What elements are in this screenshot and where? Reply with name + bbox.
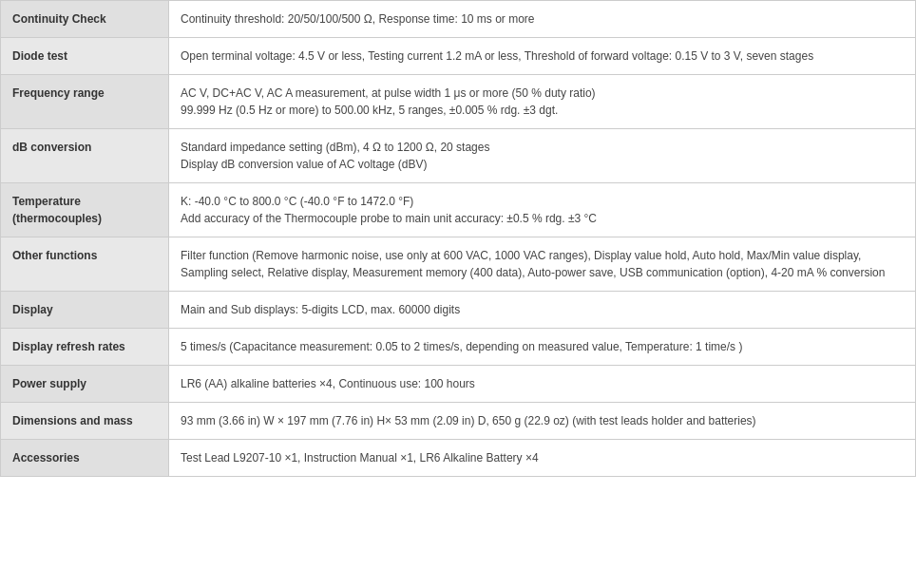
table-row: Temperature (thermocouples)K: -40.0 °C t… bbox=[1, 183, 916, 237]
row-label: Display refresh rates bbox=[1, 329, 169, 366]
table-row: Dimensions and mass93 mm (3.66 in) W × 1… bbox=[1, 403, 916, 440]
table-row: Diode testOpen terminal voltage: 4.5 V o… bbox=[1, 38, 916, 75]
table-row: DisplayMain and Sub displays: 5-digits L… bbox=[1, 292, 916, 329]
table-row: Power supplyLR6 (AA) alkaline batteries … bbox=[1, 366, 916, 403]
row-label: Diode test bbox=[1, 38, 169, 75]
row-value: K: -40.0 °C to 800.0 °C (-40.0 °F to 147… bbox=[169, 183, 916, 237]
table-row: Display refresh rates5 times/s (Capacita… bbox=[1, 329, 916, 366]
table-row: Continuity CheckContinuity threshold: 20… bbox=[1, 1, 916, 38]
specs-table: Continuity CheckContinuity threshold: 20… bbox=[0, 0, 916, 477]
table-row: Frequency rangeAC V, DC+AC V, AC A measu… bbox=[1, 75, 916, 129]
row-label: Continuity Check bbox=[1, 1, 169, 38]
row-value: Main and Sub displays: 5-digits LCD, max… bbox=[169, 292, 916, 329]
row-label: Dimensions and mass bbox=[1, 403, 169, 440]
table-row: Other functionsFilter function (Remove h… bbox=[1, 237, 916, 292]
row-label: Other functions bbox=[1, 237, 169, 292]
row-value: LR6 (AA) alkaline batteries ×4, Continuo… bbox=[169, 366, 916, 403]
row-value: Open terminal voltage: 4.5 V or less, Te… bbox=[169, 38, 916, 75]
row-value: 93 mm (3.66 in) W × 197 mm (7.76 in) H× … bbox=[169, 403, 916, 440]
row-value: AC V, DC+AC V, AC A measurement, at puls… bbox=[169, 75, 916, 129]
row-label: Accessories bbox=[1, 440, 169, 477]
table-row: dB conversionStandard impedance setting … bbox=[1, 129, 916, 183]
table-row: AccessoriesTest Lead L9207-10 ×1, Instru… bbox=[1, 440, 916, 477]
row-value: 5 times/s (Capacitance measurement: 0.05… bbox=[169, 329, 916, 366]
row-value: Standard impedance setting (dBm), 4 Ω to… bbox=[169, 129, 916, 183]
row-value: Test Lead L9207-10 ×1, Instruction Manua… bbox=[169, 440, 916, 477]
row-label: Temperature (thermocouples) bbox=[1, 183, 169, 237]
row-label: Power supply bbox=[1, 366, 169, 403]
row-value: Filter function (Remove harmonic noise, … bbox=[169, 237, 916, 292]
row-label: Display bbox=[1, 292, 169, 329]
row-value: Continuity threshold: 20/50/100/500 Ω, R… bbox=[169, 1, 916, 38]
row-label: Frequency range bbox=[1, 75, 169, 129]
row-label: dB conversion bbox=[1, 129, 169, 183]
